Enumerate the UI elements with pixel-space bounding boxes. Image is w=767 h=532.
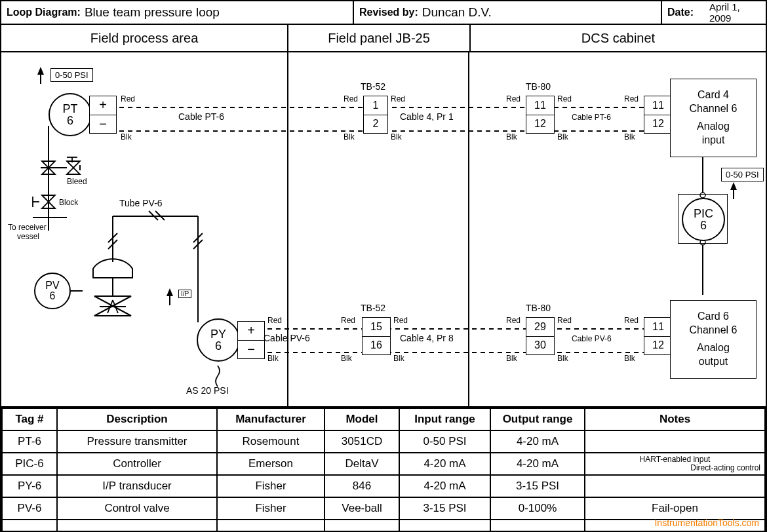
tb52-top: 1 2 [363,96,388,134]
tb80-top: 11 12 [526,96,555,134]
py-red: Red [267,316,282,325]
tb80a-red-r: Red [557,94,572,104]
cell-tag [2,520,57,532]
cardout-b: 12 [644,337,672,355]
tb52-label-bot: TB-52 [361,303,385,313]
cable4-pr8: Cable 4, Pr 8 [400,333,454,343]
to-receiver-2: vessel [17,232,39,241]
cell-man: Rosemount [217,430,324,453]
spec-header-row: Tag # Description Manufacturer Model Inp… [2,408,765,430]
tb52a-b: 2 [364,115,387,134]
tb80a-red-l: Red [506,94,521,104]
cardin-l4: input [702,134,725,147]
hdr-date-value: April 1, 2009 [709,1,760,24]
tb52b-blk-l: Blk [341,354,352,363]
hdr-revised: Revised by: Duncan D.V. [354,1,662,24]
cell-tag: PY-6 [2,475,57,497]
col-field-process: Field process area [1,25,288,51]
loop-diagram-sheet: Loop Diagram: Blue team pressure loop Re… [0,0,767,532]
pt-red: Red [121,94,135,104]
hdr-date: Date: April 1, 2009 [662,1,766,24]
spec-table: Tag # Description Manufacturer Model Inp… [1,408,766,532]
cell-in: 3-15 PSI [399,497,490,520]
tb80a-blk-l: Blk [506,132,517,142]
hdr-loop-value: Blue team pressure loop [85,5,220,20]
svg-marker-26 [94,296,131,316]
drawing-area: 0-50 PSI PT 6 + − Red Blk Cable PT-6 Ble… [1,52,766,408]
tb80b-blk-l: Blk [506,354,517,363]
py-minus: − [238,341,264,359]
tb52b-b: 16 [363,337,390,355]
card-in-tb: 11 12 [644,96,673,134]
pt-tag1: PT [62,103,77,115]
cell-man: Emerson [217,453,324,475]
col-field-panel: Field panel JB-25 [288,25,471,51]
col-dcs-cabinet: DCS cabinet [471,25,766,51]
tb80b-red-r: Red [557,316,572,325]
cell-model: 846 [324,475,399,497]
tb52a-blk-r: Blk [391,132,402,142]
cell-tag: PIC-6 [2,453,57,475]
cardin-l1: Card 4 [698,88,729,102]
tb80b-t: 29 [526,318,554,337]
cell-tag: PV-6 [2,497,57,520]
cell-tag: PT-6 [2,430,57,453]
block-label: Block [59,198,78,207]
cell-desc [57,520,217,532]
svg-marker-8 [67,161,80,174]
pv-tag1: PV [45,280,59,291]
th-tag: Tag # [2,408,57,430]
cell-man: Fisher [217,497,324,520]
cell-notes: HART-enabled inputDirect-acting control [585,453,765,475]
cell-out [490,520,585,532]
cardout-red: Red [624,316,639,325]
tb52a-t: 1 [364,96,387,115]
cardout-t: 11 [644,318,672,337]
cable-pv6-b: Cable PV-6 [572,334,612,343]
cell-notes: Fail-open [585,497,765,520]
cable-pt6: Cable PT-6 [178,111,224,122]
arrow-up-icon-2 [167,288,173,296]
th-in: Input range [399,408,490,430]
pt-tag2: 6 [67,115,73,126]
cell-model: 3051CD [324,430,399,453]
cardout-l3: Analog [697,341,730,355]
card-out-tb: 11 12 [644,317,673,355]
watermark: InstrumentationTools.com [654,518,759,528]
cell-desc: Pressure transmitter [57,430,217,453]
table-row [2,520,765,532]
tb80b-b: 30 [526,337,554,355]
tb52a-blk-l: Blk [344,132,355,142]
cardout-blk: Blk [624,354,635,363]
tb80-label-bot: TB-80 [526,303,551,313]
hdr-rev-label: Revised by: [359,7,418,18]
cell-in [399,520,490,532]
pt-plus: + [90,96,116,115]
bleed-label: Bleed [67,177,87,186]
th-desc: Description [57,408,217,430]
cell-desc: Controller [57,453,217,475]
py-polarity: + − [237,321,265,359]
cardin-blk: Blk [624,132,635,142]
arrow-up-icon [37,67,44,75]
as20: AS 20 PSI [186,385,229,396]
cable-pv6: Cable PV-6 [264,333,310,343]
tb52b-blk-r: Blk [393,354,404,363]
cell-notes [585,430,765,453]
table-row: PV-6Control valveFisherVee-ball3-15 PSI0… [2,497,765,520]
tb80b-blk-r: Blk [557,354,568,363]
pt-blk: Blk [121,132,132,142]
cardin-l2: Channel 6 [690,102,738,116]
table-row: PY-6I/P transducerFisher8464-20 mA3-15 P… [2,475,765,497]
cell-model: DeltaV [324,453,399,475]
cell-in: 4-20 mA [399,475,490,497]
py-plus: + [238,322,264,341]
th-model: Model [324,408,399,430]
pic-tag2: 6 [700,219,707,231]
table-row: PT-6Pressure transmitterRosemount3051CD0… [2,430,765,453]
instrument-pic6: PIC 6 [682,198,725,241]
svg-point-31 [700,193,705,198]
cardout-l2: Channel 6 [690,324,738,337]
tb80a-b: 12 [526,115,554,134]
cable4-pr1: Cable 4, Pr 1 [400,111,454,122]
